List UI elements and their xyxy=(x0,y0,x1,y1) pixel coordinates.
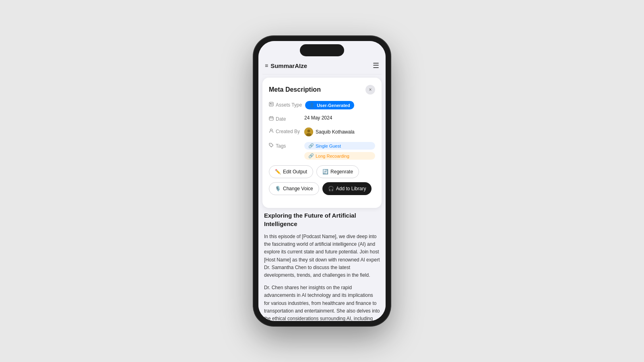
tag-link-icon: 🔗 xyxy=(308,143,314,148)
user-icon: 👤 xyxy=(309,103,315,108)
regenrate-label: Regenrate xyxy=(330,169,353,175)
refresh-icon: 🔄 xyxy=(322,169,328,175)
assets-type-row: Assets Type 👤 User-Generated xyxy=(269,101,375,109)
dynamic-island xyxy=(300,44,344,56)
date-label: Date xyxy=(276,116,286,122)
phone-frame: ≡ SummarAIze ☰ Meta Description × xyxy=(254,36,390,326)
edit-output-button[interactable]: ✏️ Edit Output xyxy=(269,165,313,178)
tag-long-recording: 🔗 Long Recoarding xyxy=(304,152,375,160)
content-area[interactable]: Meta Description × xyxy=(258,74,386,321)
mic-icon: 🎙️ xyxy=(275,186,281,191)
assets-type-label-group: Assets Type xyxy=(269,101,302,108)
creator-info: Saquib Kothawala xyxy=(304,128,375,136)
app-name: SummarAIze xyxy=(270,62,307,69)
change-voice-label: Change Voice xyxy=(283,186,313,191)
library-icon: 🎧 xyxy=(328,186,334,191)
tags-list: 🔗 Single Guest 🔗 Long Recoarding xyxy=(304,142,375,160)
action-buttons-row-2: 🎙️ Change Voice 🎧 Add to Library xyxy=(269,182,375,195)
meta-card-title: Meta Description xyxy=(269,86,321,93)
close-icon: × xyxy=(369,87,372,93)
date-value: 24 May 2024 xyxy=(304,115,375,121)
svg-point-9 xyxy=(270,129,272,131)
svg-point-11 xyxy=(308,130,310,132)
svg-rect-1 xyxy=(270,103,271,104)
add-to-library-label: Add to Library xyxy=(336,186,366,191)
meta-card-header: Meta Description × xyxy=(269,85,375,95)
article-title: Exploring the Future of Artificial Intel… xyxy=(264,211,380,228)
created-by-label: Created By xyxy=(276,129,300,134)
svg-rect-2 xyxy=(272,103,272,103)
tag-orange-icon: 🔗 xyxy=(308,153,314,158)
regenrate-button[interactable]: 🔄 Regenrate xyxy=(316,165,359,178)
tags-label: Tags xyxy=(276,143,286,149)
tag-icon xyxy=(269,143,274,149)
svg-rect-3 xyxy=(272,104,272,104)
user-generated-badge: 👤 User-Generated xyxy=(305,101,354,109)
add-to-library-button[interactable]: 🎧 Add to Library xyxy=(322,182,372,195)
creator-avatar xyxy=(304,128,313,136)
menu-lines-icon: ≡ xyxy=(265,62,268,69)
svg-point-12 xyxy=(306,133,312,136)
tags-label-group: Tags xyxy=(269,142,301,149)
article-content: Exploring the Future of Artificial Intel… xyxy=(258,211,386,321)
tag-single-guest: 🔗 Single Guest xyxy=(304,142,375,150)
calendar-icon xyxy=(269,116,274,122)
pencil-icon: ✏️ xyxy=(275,169,281,175)
edit-output-label: Edit Output xyxy=(283,169,307,175)
created-by-value: Saquib Kothawala xyxy=(304,128,375,136)
svg-rect-4 xyxy=(270,105,272,105)
hamburger-icon[interactable]: ☰ xyxy=(373,61,379,70)
app-logo: ≡ SummarAIze xyxy=(265,62,307,69)
article-para-1: In this episode of [Podcast Name], we di… xyxy=(264,233,380,279)
assets-type-badge-text: User-Generated xyxy=(317,103,350,108)
assets-type-value: 👤 User-Generated xyxy=(305,101,375,109)
tag2-text: Long Recoarding xyxy=(316,154,349,158)
created-by-label-group: Created By xyxy=(269,128,301,134)
assets-type-label: Assets Type xyxy=(276,102,302,108)
creator-name: Saquib Kothawala xyxy=(316,129,355,135)
person-icon xyxy=(269,128,274,134)
svg-rect-5 xyxy=(269,117,273,121)
date-label-group: Date xyxy=(269,115,301,122)
meta-description-card: Meta Description × xyxy=(262,78,382,208)
close-button[interactable]: × xyxy=(365,85,375,95)
tags-row: Tags 🔗 Single Guest 🔗 Long Recoarding xyxy=(269,142,375,160)
date-text: 24 May 2024 xyxy=(304,115,332,121)
svg-point-13 xyxy=(270,144,271,145)
tags-value: 🔗 Single Guest 🔗 Long Recoarding xyxy=(304,142,375,160)
change-voice-button[interactable]: 🎙️ Change Voice xyxy=(269,182,319,195)
action-buttons-row-1: ✏️ Edit Output 🔄 Regenrate xyxy=(269,165,375,178)
assets-type-icon xyxy=(269,102,274,108)
phone-screen: ≡ SummarAIze ☰ Meta Description × xyxy=(258,41,386,321)
date-row: Date 24 May 2024 xyxy=(269,115,375,122)
svg-rect-0 xyxy=(269,102,273,106)
tag1-text: Single Guest xyxy=(316,144,341,148)
article-para-2: Dr. Chen shares her insights on the rapi… xyxy=(264,284,380,321)
created-by-row: Created By Saquib Kothawala xyxy=(269,128,375,136)
